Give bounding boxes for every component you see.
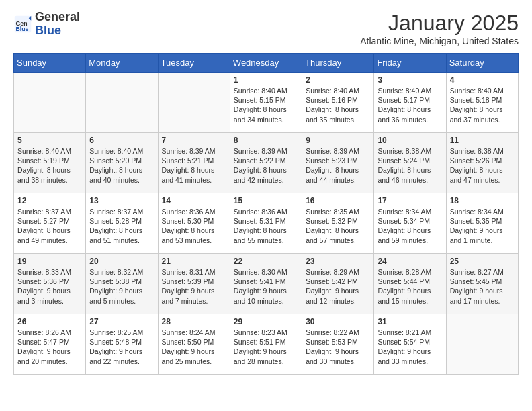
calendar-cell: 7Sunrise: 8:39 AM Sunset: 5:21 PM Daylig… [158,133,230,193]
day-number: 31 [378,317,442,326]
cell-daylight-text: Sunrise: 8:22 AM Sunset: 5:53 PM Dayligh… [306,328,370,366]
calendar-week-row: 19Sunrise: 8:33 AM Sunset: 5:36 PM Dayli… [14,254,519,314]
calendar-cell: 12Sunrise: 8:37 AM Sunset: 5:27 PM Dayli… [14,193,86,254]
day-number: 20 [89,257,154,266]
weekday-header: Wednesday [230,54,302,73]
weekday-header: Tuesday [158,54,230,73]
cell-daylight-text: Sunrise: 8:40 AM Sunset: 5:17 PM Dayligh… [378,86,442,124]
logo-general-text: General [35,10,80,24]
calendar-cell: 17Sunrise: 8:34 AM Sunset: 5:34 PM Dayli… [374,193,446,254]
page-header: Gen Blue General Blue January 2025 Atlan… [13,11,519,46]
calendar-cell: 5Sunrise: 8:40 AM Sunset: 5:19 PM Daylig… [14,133,86,193]
cell-daylight-text: Sunrise: 8:34 AM Sunset: 5:35 PM Dayligh… [450,207,515,245]
calendar-table: SundayMondayTuesdayWednesdayThursdayFrid… [13,53,519,375]
cell-daylight-text: Sunrise: 8:38 AM Sunset: 5:24 PM Dayligh… [378,146,442,185]
weekday-header-row: SundayMondayTuesdayWednesdayThursdayFrid… [14,54,519,73]
title-block: January 2025 Atlantic Mine, Michigan, Un… [360,11,519,46]
weekday-header: Saturday [446,54,518,73]
calendar-cell: 18Sunrise: 8:34 AM Sunset: 5:35 PM Dayli… [446,193,518,254]
weekday-header: Thursday [302,54,374,73]
calendar-cell: 11Sunrise: 8:38 AM Sunset: 5:26 PM Dayli… [446,133,518,193]
cell-daylight-text: Sunrise: 8:38 AM Sunset: 5:26 PM Dayligh… [450,146,515,185]
calendar-cell: 4Sunrise: 8:40 AM Sunset: 5:18 PM Daylig… [446,73,518,133]
day-number: 4 [450,75,515,85]
cell-daylight-text: Sunrise: 8:21 AM Sunset: 5:54 PM Dayligh… [378,328,442,366]
calendar-cell: 6Sunrise: 8:40 AM Sunset: 5:20 PM Daylig… [86,133,158,193]
weekday-header: Monday [86,54,158,73]
cell-daylight-text: Sunrise: 8:31 AM Sunset: 5:39 PM Dayligh… [162,267,226,306]
calendar-cell: 15Sunrise: 8:36 AM Sunset: 5:31 PM Dayli… [230,193,302,254]
day-number: 2 [306,75,370,85]
cell-daylight-text: Sunrise: 8:36 AM Sunset: 5:31 PM Dayligh… [234,207,298,245]
day-number: 6 [89,136,154,145]
calendar-cell: 30Sunrise: 8:22 AM Sunset: 5:53 PM Dayli… [302,314,374,375]
cell-daylight-text: Sunrise: 8:40 AM Sunset: 5:18 PM Dayligh… [450,86,515,124]
day-number: 19 [17,257,82,266]
day-number: 7 [162,136,226,145]
cell-daylight-text: Sunrise: 8:36 AM Sunset: 5:30 PM Dayligh… [162,207,226,245]
day-number: 13 [89,196,154,205]
calendar-cell [14,73,86,133]
calendar-cell [158,73,230,133]
day-number: 17 [378,196,442,205]
calendar-cell: 31Sunrise: 8:21 AM Sunset: 5:54 PM Dayli… [374,314,446,375]
logo: Gen Blue General Blue [13,11,80,38]
calendar-cell: 22Sunrise: 8:30 AM Sunset: 5:41 PM Dayli… [230,254,302,314]
logo-icon: Gen Blue [13,15,32,34]
calendar-cell: 23Sunrise: 8:29 AM Sunset: 5:42 PM Dayli… [302,254,374,314]
calendar-cell: 8Sunrise: 8:39 AM Sunset: 5:22 PM Daylig… [230,133,302,193]
calendar-cell: 19Sunrise: 8:33 AM Sunset: 5:36 PM Dayli… [14,254,86,314]
day-number: 26 [17,317,82,326]
calendar-week-row: 5Sunrise: 8:40 AM Sunset: 5:19 PM Daylig… [14,133,519,193]
day-number: 12 [17,196,82,205]
cell-daylight-text: Sunrise: 8:35 AM Sunset: 5:32 PM Dayligh… [306,207,370,245]
day-number: 22 [234,257,298,266]
cell-daylight-text: Sunrise: 8:28 AM Sunset: 5:44 PM Dayligh… [378,267,442,306]
cell-daylight-text: Sunrise: 8:26 AM Sunset: 5:47 PM Dayligh… [17,328,82,366]
day-number: 18 [450,196,515,205]
cell-daylight-text: Sunrise: 8:34 AM Sunset: 5:34 PM Dayligh… [378,207,442,245]
cell-daylight-text: Sunrise: 8:29 AM Sunset: 5:42 PM Dayligh… [306,267,370,306]
calendar-cell: 24Sunrise: 8:28 AM Sunset: 5:44 PM Dayli… [374,254,446,314]
day-number: 8 [234,136,298,145]
calendar-cell: 27Sunrise: 8:25 AM Sunset: 5:48 PM Dayli… [86,314,158,375]
cell-daylight-text: Sunrise: 8:40 AM Sunset: 5:19 PM Dayligh… [17,146,82,185]
svg-text:Blue: Blue [16,25,29,32]
day-number: 11 [450,136,515,145]
calendar-week-row: 26Sunrise: 8:26 AM Sunset: 5:47 PM Dayli… [14,314,519,375]
day-number: 1 [234,75,298,85]
calendar-cell [86,73,158,133]
calendar-cell: 25Sunrise: 8:27 AM Sunset: 5:45 PM Dayli… [446,254,518,314]
day-number: 25 [450,257,515,266]
calendar-cell: 26Sunrise: 8:26 AM Sunset: 5:47 PM Dayli… [14,314,86,375]
cell-daylight-text: Sunrise: 8:32 AM Sunset: 5:38 PM Dayligh… [89,267,154,306]
day-number: 24 [378,257,442,266]
day-number: 15 [234,196,298,205]
cell-daylight-text: Sunrise: 8:30 AM Sunset: 5:41 PM Dayligh… [234,267,298,306]
cell-daylight-text: Sunrise: 8:40 AM Sunset: 5:16 PM Dayligh… [306,86,370,124]
day-number: 23 [306,257,370,266]
day-number: 9 [306,136,370,145]
day-number: 29 [234,317,298,326]
day-number: 16 [306,196,370,205]
calendar-cell: 21Sunrise: 8:31 AM Sunset: 5:39 PM Dayli… [158,254,230,314]
weekday-header: Friday [374,54,446,73]
day-number: 3 [378,75,442,85]
calendar-cell: 28Sunrise: 8:24 AM Sunset: 5:50 PM Dayli… [158,314,230,375]
cell-daylight-text: Sunrise: 8:39 AM Sunset: 5:21 PM Dayligh… [162,146,226,185]
day-number: 10 [378,136,442,145]
cell-daylight-text: Sunrise: 8:25 AM Sunset: 5:48 PM Dayligh… [89,328,154,366]
calendar-cell: 16Sunrise: 8:35 AM Sunset: 5:32 PM Dayli… [302,193,374,254]
cell-daylight-text: Sunrise: 8:39 AM Sunset: 5:23 PM Dayligh… [306,146,370,185]
calendar-week-row: 12Sunrise: 8:37 AM Sunset: 5:27 PM Dayli… [14,193,519,254]
calendar-cell: 10Sunrise: 8:38 AM Sunset: 5:24 PM Dayli… [374,133,446,193]
cell-daylight-text: Sunrise: 8:24 AM Sunset: 5:50 PM Dayligh… [162,328,226,366]
day-number: 30 [306,317,370,326]
cell-daylight-text: Sunrise: 8:37 AM Sunset: 5:27 PM Dayligh… [17,207,82,245]
calendar-cell [446,314,518,375]
cell-daylight-text: Sunrise: 8:37 AM Sunset: 5:28 PM Dayligh… [89,207,154,245]
cell-daylight-text: Sunrise: 8:40 AM Sunset: 5:15 PM Dayligh… [234,86,298,124]
day-number: 27 [89,317,154,326]
calendar-cell: 20Sunrise: 8:32 AM Sunset: 5:38 PM Dayli… [86,254,158,314]
calendar-cell: 29Sunrise: 8:23 AM Sunset: 5:51 PM Dayli… [230,314,302,375]
